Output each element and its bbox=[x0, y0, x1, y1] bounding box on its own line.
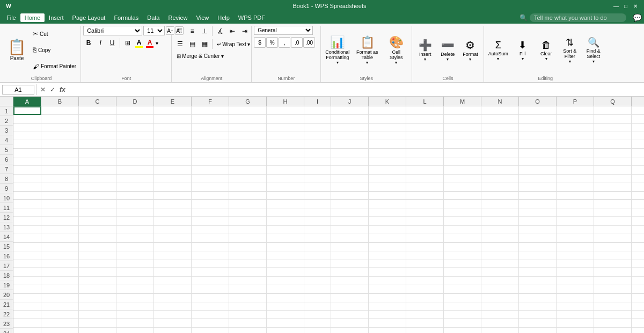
cell-E9[interactable] bbox=[154, 175, 192, 183]
cell-M26[interactable] bbox=[444, 319, 481, 328]
close-button[interactable]: ✕ bbox=[631, 2, 640, 10]
row-number-20[interactable]: 20 bbox=[0, 290, 13, 300]
cell-N13[interactable] bbox=[481, 208, 519, 217]
cell-F22[interactable] bbox=[192, 285, 229, 294]
cell-O27[interactable] bbox=[519, 328, 557, 333]
cell-F7[interactable] bbox=[192, 157, 229, 166]
cell-B13[interactable] bbox=[41, 208, 79, 217]
cell-F24[interactable] bbox=[192, 302, 229, 311]
cell-C8[interactable] bbox=[79, 166, 116, 175]
cell-H19[interactable] bbox=[267, 259, 304, 268]
cell-L14[interactable] bbox=[406, 217, 444, 226]
row-number-7[interactable]: 7 bbox=[0, 164, 13, 174]
cell-F25[interactable] bbox=[192, 311, 229, 320]
cell-B19[interactable] bbox=[41, 259, 79, 268]
cell-N9[interactable] bbox=[481, 175, 519, 183]
cell-H24[interactable] bbox=[267, 302, 304, 311]
font-size-select[interactable]: 11 12 14 16 bbox=[143, 26, 165, 35]
cell-K19[interactable] bbox=[369, 259, 406, 268]
cell-J17[interactable] bbox=[331, 243, 369, 251]
cell-E22[interactable] bbox=[154, 285, 192, 294]
cell-M4[interactable] bbox=[444, 132, 481, 141]
cell-F27[interactable] bbox=[192, 328, 229, 333]
cell-F20[interactable] bbox=[192, 268, 229, 277]
comma-button[interactable]: , bbox=[279, 37, 290, 48]
cell-F9[interactable] bbox=[192, 175, 229, 183]
cell-H1[interactable] bbox=[267, 106, 304, 115]
menu-item-home[interactable]: Home bbox=[20, 13, 45, 22]
cell-G25[interactable] bbox=[229, 311, 267, 320]
cell-L19[interactable] bbox=[406, 259, 444, 268]
cell-L6[interactable] bbox=[406, 149, 444, 157]
cell-N26[interactable] bbox=[481, 319, 519, 328]
cell-H21[interactable] bbox=[267, 277, 304, 285]
cell-I4[interactable] bbox=[304, 132, 331, 141]
align-middle-button[interactable]: ≡ bbox=[186, 26, 198, 37]
row-number-16[interactable]: 16 bbox=[0, 251, 13, 261]
autosum-button[interactable]: Σ AutoSum ▾ bbox=[486, 39, 510, 62]
cell-P24[interactable] bbox=[557, 302, 594, 311]
cell-G11[interactable] bbox=[229, 192, 267, 200]
cell-I14[interactable] bbox=[304, 217, 331, 226]
formula-input[interactable] bbox=[69, 85, 642, 94]
cell-L21[interactable] bbox=[406, 277, 444, 285]
cell-E13[interactable] bbox=[154, 208, 192, 217]
cell-F15[interactable] bbox=[192, 226, 229, 234]
cell-C21[interactable] bbox=[79, 277, 116, 285]
cell-A11[interactable] bbox=[13, 192, 41, 200]
cell-G21[interactable] bbox=[229, 277, 267, 285]
cell-N24[interactable] bbox=[481, 302, 519, 311]
cell-I11[interactable] bbox=[304, 192, 331, 200]
cell-Q25[interactable] bbox=[594, 311, 632, 320]
cell-B22[interactable] bbox=[41, 285, 79, 294]
cell-Q15[interactable] bbox=[594, 226, 632, 234]
cell-L16[interactable] bbox=[406, 234, 444, 243]
cell-Q19[interactable] bbox=[594, 259, 632, 268]
cell-L22[interactable] bbox=[406, 285, 444, 294]
cell-J18[interactable] bbox=[331, 251, 369, 260]
cell-Q17[interactable] bbox=[594, 243, 632, 251]
cell-H22[interactable] bbox=[267, 285, 304, 294]
cell-D25[interactable] bbox=[116, 311, 154, 320]
cell-R6[interactable] bbox=[632, 149, 644, 157]
cell-M20[interactable] bbox=[444, 268, 481, 277]
cell-R5[interactable] bbox=[632, 140, 644, 149]
insert-function-button[interactable]: fx bbox=[58, 85, 67, 94]
cell-D5[interactable] bbox=[116, 140, 154, 149]
merge-center-button[interactable]: ⊞ Merge & Center ▾ bbox=[174, 52, 226, 61]
cell-D19[interactable] bbox=[116, 259, 154, 268]
cell-D14[interactable] bbox=[116, 217, 154, 226]
cell-E10[interactable] bbox=[154, 183, 192, 192]
wrap-text-button[interactable]: ↵ Wrap Text ▾ bbox=[214, 40, 253, 49]
row-number-6[interactable]: 6 bbox=[0, 155, 13, 164]
cell-K11[interactable] bbox=[369, 192, 406, 200]
cell-I20[interactable] bbox=[304, 268, 331, 277]
col-header-A[interactable]: A bbox=[13, 97, 41, 106]
cell-D18[interactable] bbox=[116, 251, 154, 260]
cell-I3[interactable] bbox=[304, 124, 331, 132]
cell-A1[interactable] bbox=[13, 106, 41, 115]
cell-D9[interactable] bbox=[116, 175, 154, 183]
cell-F21[interactable] bbox=[192, 277, 229, 285]
cell-N10[interactable] bbox=[481, 183, 519, 192]
cell-P5[interactable] bbox=[557, 140, 594, 149]
cell-K17[interactable] bbox=[369, 243, 406, 251]
cell-Q24[interactable] bbox=[594, 302, 632, 311]
cell-E17[interactable] bbox=[154, 243, 192, 251]
insert-button[interactable]: ➕ Insert ▾ bbox=[414, 38, 436, 63]
col-header-F[interactable]: F bbox=[192, 97, 229, 106]
cell-A13[interactable] bbox=[13, 208, 41, 217]
cell-N25[interactable] bbox=[481, 311, 519, 320]
menu-item-view[interactable]: View bbox=[192, 13, 214, 22]
cell-F12[interactable] bbox=[192, 200, 229, 208]
cell-I27[interactable] bbox=[304, 328, 331, 333]
cell-Q11[interactable] bbox=[594, 192, 632, 200]
cell-H27[interactable] bbox=[267, 328, 304, 333]
cell-L13[interactable] bbox=[406, 208, 444, 217]
cell-O8[interactable] bbox=[519, 166, 557, 175]
cell-B21[interactable] bbox=[41, 277, 79, 285]
cell-R27[interactable] bbox=[632, 328, 644, 333]
cell-O1[interactable] bbox=[519, 106, 557, 115]
cell-M12[interactable] bbox=[444, 200, 481, 208]
increase-decimal-button[interactable]: .0 bbox=[291, 37, 303, 48]
